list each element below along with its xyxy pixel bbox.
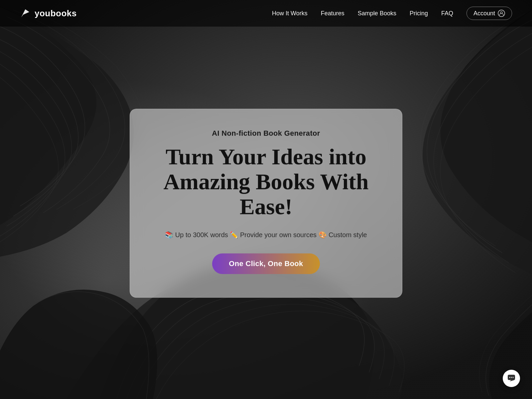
logo-icon [20, 8, 31, 19]
chat-widget[interactable] [503, 370, 520, 387]
logo-area[interactable]: youbooks [20, 8, 77, 19]
cta-button[interactable]: One Click, One Book [212, 254, 320, 274]
account-label: Account [473, 10, 495, 17]
svg-point-5 [511, 377, 512, 378]
hero-title: Turn Your Ideas into Amazing Books With … [150, 144, 382, 219]
hero-subtitle: AI Non-fiction Book Generator [150, 129, 382, 138]
nav-faq[interactable]: FAQ [441, 10, 453, 17]
account-icon [498, 10, 505, 17]
nav-pricing[interactable]: Pricing [410, 10, 428, 17]
svg-point-4 [509, 377, 510, 378]
chat-icon [507, 374, 516, 383]
nav-features[interactable]: Features [321, 10, 344, 17]
hero-container: AI Non-fiction Book Generator Turn Your … [130, 109, 402, 298]
nav-sample-books[interactable]: Sample Books [358, 10, 396, 17]
brand-name: youbooks [35, 8, 77, 19]
hero-title-line1: Turn Your Ideas into [166, 144, 366, 169]
hero-features: 📚 Up to 300K words ✏️ Provide your own s… [150, 231, 382, 239]
hero-title-line2: Amazing Books With Ease! [163, 169, 368, 219]
navbar: youbooks How It Works Features Sample Bo… [0, 0, 532, 27]
nav-links: How It Works Features Sample Books Prici… [272, 7, 512, 20]
svg-point-6 [513, 377, 514, 378]
account-button[interactable]: Account [466, 7, 512, 20]
hero-card: AI Non-fiction Book Generator Turn Your … [130, 109, 402, 298]
nav-how-it-works[interactable]: How It Works [272, 10, 308, 17]
